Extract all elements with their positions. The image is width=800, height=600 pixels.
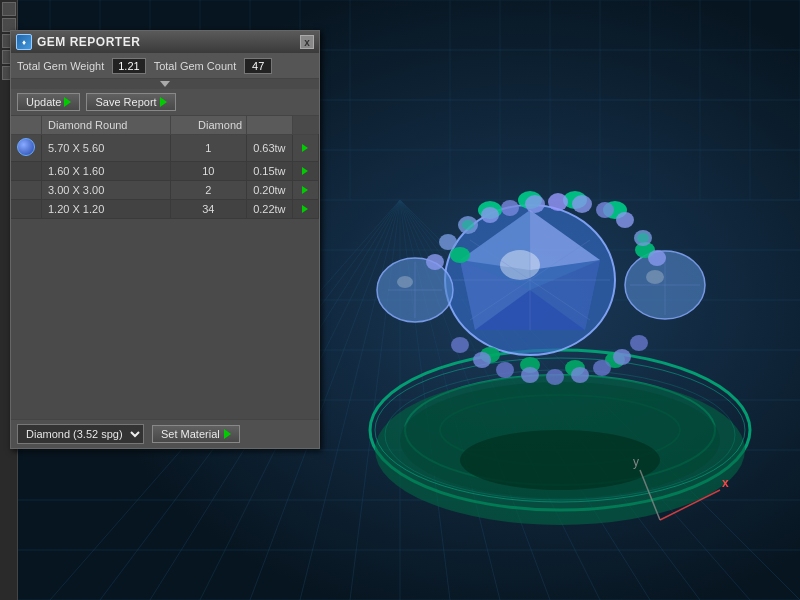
stats-bar: Total Gem Weight 1.21 Total Gem Count 47 <box>11 54 319 79</box>
table-row: 5.70 X 5.6010.63tw <box>11 135 319 162</box>
scroll-arrow-down <box>160 81 170 87</box>
row-gem-icon-cell <box>11 135 42 162</box>
svg-point-75 <box>646 270 664 284</box>
table-row: 1.20 X 1.20340.22tw <box>11 200 319 219</box>
col-header-action <box>247 116 292 135</box>
svg-point-90 <box>548 193 568 211</box>
svg-point-105 <box>613 349 631 365</box>
material-select[interactable]: Diamond (3.52 spg)GoldPlatinum <box>17 424 144 444</box>
table-empty-area <box>11 219 319 419</box>
panel-close-button[interactable]: x <box>300 35 314 49</box>
row-size: 3.00 X 3.00 <box>42 181 171 200</box>
row-arrow-icon <box>302 167 308 175</box>
row-gem-icon-cell <box>11 162 42 181</box>
svg-point-89 <box>525 195 545 213</box>
svg-point-104 <box>593 360 611 376</box>
svg-point-102 <box>546 369 564 385</box>
row-expand-arrow[interactable] <box>292 181 318 200</box>
save-report-button[interactable]: Save Report <box>86 93 175 111</box>
row-count: 1 <box>170 135 247 162</box>
svg-point-100 <box>496 362 514 378</box>
svg-point-101 <box>521 367 539 383</box>
gem-table: Diamond Round Diamond 5.70 X 5.6010.63tw… <box>11 116 319 219</box>
row-arrow-icon <box>302 205 308 213</box>
svg-point-98 <box>451 337 469 353</box>
scroll-indicator <box>11 79 319 89</box>
svg-point-107 <box>462 220 474 230</box>
svg-point-96 <box>439 234 457 250</box>
row-count: 2 <box>170 181 247 200</box>
row-size: 5.70 X 5.60 <box>42 135 171 162</box>
svg-text:x: x <box>722 476 729 490</box>
gem-reporter-panel: ♦ GEM REPORTER x Total Gem Weight 1.21 T… <box>10 30 320 449</box>
update-button[interactable]: Update <box>17 93 80 111</box>
row-expand-arrow[interactable] <box>292 200 318 219</box>
svg-point-88 <box>501 200 519 216</box>
row-size: 1.20 X 1.20 <box>42 200 171 219</box>
svg-point-61 <box>500 250 540 280</box>
table-row: 1.60 X 1.60100.15tw <box>11 162 319 181</box>
count-value: 47 <box>244 58 272 74</box>
svg-point-92 <box>596 202 614 218</box>
svg-point-95 <box>648 250 666 266</box>
titlebar-left: ♦ GEM REPORTER <box>16 34 140 50</box>
row-size: 1.60 X 1.60 <box>42 162 171 181</box>
set-material-label: Set Material <box>161 428 220 440</box>
update-arrow-icon <box>64 97 71 107</box>
panel-toolbar: Update Save Report <box>11 89 319 116</box>
row-gem-icon-cell <box>11 181 42 200</box>
panel-titlebar: ♦ GEM REPORTER x <box>11 31 319 54</box>
row-weight: 0.15tw <box>247 162 292 181</box>
svg-point-108 <box>637 233 649 243</box>
row-weight: 0.20tw <box>247 181 292 200</box>
col-header-material: Diamond <box>170 116 247 135</box>
col-header-type: Diamond Round <box>42 116 171 135</box>
set-material-arrow-icon <box>224 429 231 439</box>
row-arrow-icon <box>302 144 308 152</box>
weight-label: Total Gem Weight <box>17 60 104 72</box>
row-count: 34 <box>170 200 247 219</box>
svg-point-50 <box>460 430 660 490</box>
svg-point-99 <box>473 352 491 368</box>
panel-title: GEM REPORTER <box>37 35 140 49</box>
update-label: Update <box>26 96 61 108</box>
table-row: 3.00 X 3.0020.20tw <box>11 181 319 200</box>
row-count: 10 <box>170 162 247 181</box>
row-expand-arrow[interactable] <box>292 162 318 181</box>
gem-icon <box>17 138 35 156</box>
row-gem-icon-cell <box>11 200 42 219</box>
weight-value: 1.21 <box>112 58 145 74</box>
col-header-icon <box>11 116 42 135</box>
row-arrow-icon <box>302 186 308 194</box>
svg-point-103 <box>571 367 589 383</box>
row-expand-arrow[interactable] <box>292 135 318 162</box>
svg-point-80 <box>450 247 470 263</box>
svg-point-87 <box>481 207 499 223</box>
svg-text:y: y <box>633 455 639 469</box>
row-weight: 0.22tw <box>247 200 292 219</box>
material-bar: Diamond (3.52 spg)GoldPlatinum Set Mater… <box>11 419 319 448</box>
count-label: Total Gem Count <box>154 60 237 72</box>
save-label: Save Report <box>95 96 156 108</box>
set-material-button[interactable]: Set Material <box>152 425 240 443</box>
svg-point-93 <box>616 212 634 228</box>
save-arrow-icon <box>160 97 167 107</box>
tool-btn-1[interactable] <box>2 2 16 16</box>
svg-point-97 <box>426 254 444 270</box>
panel-icon: ♦ <box>16 34 32 50</box>
row-weight: 0.63tw <box>247 135 292 162</box>
svg-point-91 <box>572 195 592 213</box>
svg-point-70 <box>397 276 413 288</box>
svg-point-106 <box>630 335 648 351</box>
table-header-row: Diamond Round Diamond <box>11 116 319 135</box>
